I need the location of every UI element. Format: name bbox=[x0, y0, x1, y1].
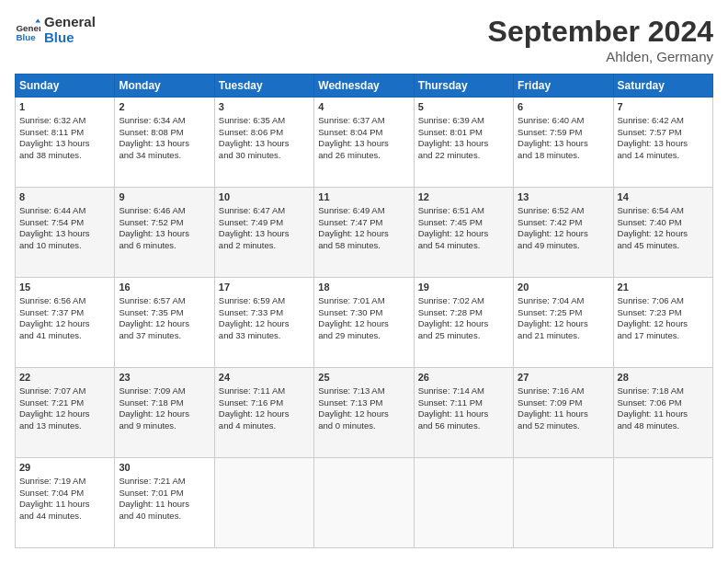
day-number: 9 bbox=[119, 190, 210, 204]
day-info-line: and 22 minutes. bbox=[418, 150, 509, 162]
day-info-line: Sunrise: 6:56 AM bbox=[19, 295, 110, 307]
day-info-line: and 37 minutes. bbox=[119, 330, 210, 342]
day-info-line: and 6 minutes. bbox=[119, 240, 210, 252]
day-info-line: Sunrise: 7:13 AM bbox=[318, 385, 409, 397]
day-info-line: Sunrise: 6:32 AM bbox=[19, 115, 110, 127]
day-number: 27 bbox=[518, 371, 609, 385]
day-info-line: Sunset: 7:47 PM bbox=[318, 217, 409, 229]
calendar-cell bbox=[314, 458, 414, 548]
calendar-cell: 10Sunrise: 6:47 AMSunset: 7:49 PMDayligh… bbox=[214, 188, 313, 278]
day-info-line: and 58 minutes. bbox=[318, 240, 409, 252]
calendar-cell: 6Sunrise: 6:40 AMSunset: 7:59 PMDaylight… bbox=[514, 98, 613, 188]
day-info-line: Sunset: 7:30 PM bbox=[318, 307, 409, 319]
day-info-line: and 25 minutes. bbox=[418, 330, 509, 342]
calendar-cell: 18Sunrise: 7:01 AMSunset: 7:30 PMDayligh… bbox=[314, 278, 414, 368]
calendar-cell bbox=[613, 458, 712, 548]
day-info-line: Daylight: 13 hours bbox=[318, 138, 409, 150]
calendar-table: SundayMondayTuesdayWednesdayThursdayFrid… bbox=[15, 74, 713, 548]
day-info-line: Sunset: 7:35 PM bbox=[119, 307, 210, 319]
day-info-line: Sunrise: 7:21 AM bbox=[119, 476, 210, 488]
day-number: 20 bbox=[518, 281, 609, 294]
weekday-header-monday: Monday bbox=[115, 75, 214, 98]
calendar-cell bbox=[414, 458, 513, 548]
day-info-line: Sunrise: 7:19 AM bbox=[19, 476, 110, 488]
day-info-line: Sunset: 8:08 PM bbox=[119, 127, 210, 139]
day-info-line: Sunset: 7:21 PM bbox=[19, 397, 110, 409]
day-info-line: Daylight: 11 hours bbox=[418, 408, 509, 420]
calendar-cell: 29Sunrise: 7:19 AMSunset: 7:04 PMDayligh… bbox=[16, 458, 115, 548]
day-info-line: Sunset: 7:42 PM bbox=[518, 217, 609, 229]
day-info-line: and 13 minutes. bbox=[19, 420, 110, 432]
day-info-line: Daylight: 12 hours bbox=[119, 408, 210, 420]
day-info-line: and 41 minutes. bbox=[19, 330, 110, 342]
day-info-line: Sunrise: 6:40 AM bbox=[518, 115, 609, 127]
day-number: 7 bbox=[618, 100, 709, 114]
day-number: 30 bbox=[119, 461, 210, 475]
day-info-line: Daylight: 12 hours bbox=[19, 408, 110, 420]
day-number: 1 bbox=[19, 100, 110, 114]
calendar-week-row: 1Sunrise: 6:32 AMSunset: 8:11 PMDaylight… bbox=[16, 98, 713, 188]
calendar-cell: 27Sunrise: 7:16 AMSunset: 7:09 PMDayligh… bbox=[514, 368, 613, 458]
calendar-cell: 9Sunrise: 6:46 AMSunset: 7:52 PMDaylight… bbox=[115, 188, 214, 278]
weekday-header-saturday: Saturday bbox=[613, 75, 712, 98]
day-info-line: Daylight: 13 hours bbox=[219, 138, 310, 150]
month-title: September 2024 bbox=[488, 15, 713, 49]
day-info-line: Sunrise: 7:11 AM bbox=[219, 385, 310, 397]
calendar-cell bbox=[214, 458, 313, 548]
calendar-cell: 26Sunrise: 7:14 AMSunset: 7:11 PMDayligh… bbox=[414, 368, 513, 458]
day-number: 11 bbox=[318, 190, 409, 204]
day-info-line: Sunrise: 7:09 AM bbox=[119, 385, 210, 397]
day-info-line: and 17 minutes. bbox=[618, 330, 709, 342]
day-number: 21 bbox=[618, 281, 709, 294]
day-info-line: Daylight: 12 hours bbox=[219, 408, 310, 420]
weekday-header-tuesday: Tuesday bbox=[214, 75, 313, 98]
day-number: 2 bbox=[119, 100, 210, 114]
day-info-line: Daylight: 11 hours bbox=[518, 408, 609, 420]
day-info-line: Sunset: 7:04 PM bbox=[19, 488, 110, 500]
weekday-header-wednesday: Wednesday bbox=[314, 75, 414, 98]
calendar-cell: 25Sunrise: 7:13 AMSunset: 7:13 PMDayligh… bbox=[314, 368, 414, 458]
day-info-line: and 4 minutes. bbox=[219, 420, 310, 432]
day-info-line: Daylight: 12 hours bbox=[19, 318, 110, 330]
calendar-cell: 11Sunrise: 6:49 AMSunset: 7:47 PMDayligh… bbox=[314, 188, 414, 278]
calendar-cell: 22Sunrise: 7:07 AMSunset: 7:21 PMDayligh… bbox=[16, 368, 115, 458]
logo-icon: General Blue bbox=[15, 17, 40, 43]
day-info-line: and 10 minutes. bbox=[19, 240, 110, 252]
day-number: 8 bbox=[19, 190, 110, 204]
day-number: 15 bbox=[19, 281, 110, 294]
day-info-line: Sunset: 7:06 PM bbox=[618, 397, 709, 409]
day-info-line: and 34 minutes. bbox=[119, 150, 210, 162]
day-number: 13 bbox=[518, 190, 609, 204]
day-info-line: and 54 minutes. bbox=[418, 240, 509, 252]
svg-marker-2 bbox=[35, 18, 40, 22]
day-info-line: and 49 minutes. bbox=[518, 240, 609, 252]
weekday-header-thursday: Thursday bbox=[414, 75, 513, 98]
day-number: 3 bbox=[219, 100, 310, 114]
day-info-line: and 44 minutes. bbox=[19, 511, 110, 523]
logo-general: General bbox=[44, 15, 96, 30]
day-info-line: Sunrise: 7:07 AM bbox=[19, 385, 110, 397]
day-info-line: and 21 minutes. bbox=[518, 330, 609, 342]
day-info-line: Daylight: 13 hours bbox=[119, 228, 210, 240]
day-info-line: Daylight: 11 hours bbox=[119, 499, 210, 511]
day-number: 23 bbox=[119, 371, 210, 385]
day-info-line: Sunrise: 7:18 AM bbox=[618, 385, 709, 397]
logo: General Blue General Blue bbox=[15, 15, 96, 45]
day-info-line: and 29 minutes. bbox=[318, 330, 409, 342]
day-info-line: Sunrise: 6:52 AM bbox=[518, 205, 609, 217]
day-info-line: and 2 minutes. bbox=[219, 240, 310, 252]
day-info-line: Daylight: 13 hours bbox=[119, 138, 210, 150]
location-title: Ahlden, Germany bbox=[488, 49, 713, 64]
day-info-line: Sunset: 7:52 PM bbox=[119, 217, 210, 229]
day-number: 28 bbox=[618, 371, 709, 385]
calendar-cell: 16Sunrise: 6:57 AMSunset: 7:35 PMDayligh… bbox=[115, 278, 214, 368]
day-info-line: Daylight: 12 hours bbox=[119, 318, 210, 330]
day-info-line: Sunrise: 6:57 AM bbox=[119, 295, 210, 307]
day-number: 12 bbox=[418, 190, 509, 204]
day-info-line: Daylight: 12 hours bbox=[219, 318, 310, 330]
day-info-line: Sunset: 7:28 PM bbox=[418, 307, 509, 319]
day-number: 25 bbox=[318, 371, 409, 385]
day-info-line: Sunset: 7:25 PM bbox=[518, 307, 609, 319]
day-info-line: Sunset: 7:37 PM bbox=[19, 307, 110, 319]
calendar-cell: 15Sunrise: 6:56 AMSunset: 7:37 PMDayligh… bbox=[16, 278, 115, 368]
